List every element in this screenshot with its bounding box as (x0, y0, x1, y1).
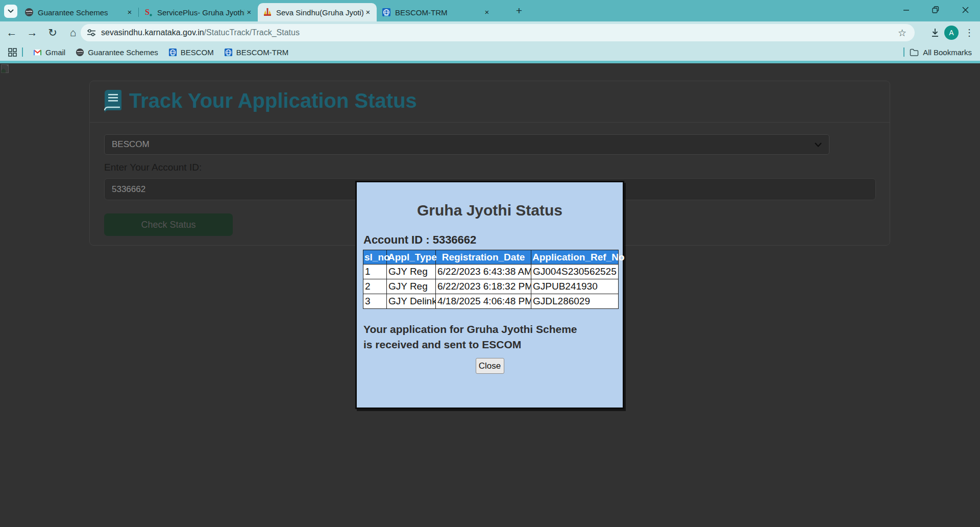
all-bookmarks-label: All Bookmarks (923, 48, 972, 57)
table-row: 3GJY Delink4/18/2025 4:06:48 PMGJDL28602… (363, 294, 619, 309)
bookmark-bescom-trm[interactable]: BESCOM-TRM (224, 48, 289, 57)
site-settings-icon[interactable] (87, 29, 96, 37)
page-title: Track Your Application Status (129, 89, 417, 112)
tab-title: BESCOM-TRM (395, 8, 482, 17)
close-icon (962, 7, 969, 13)
tab-close-icon[interactable]: × (482, 8, 492, 17)
tab-bescom-trm[interactable]: BESCOM-TRM× (377, 3, 496, 21)
address-bar[interactable]: sevasindhu.karnataka.gov.in/StatucTrack/… (81, 24, 915, 41)
tab-title: ServicePlus- Gruha Jyothi Schem (157, 8, 244, 17)
bookmarks-separator (22, 47, 23, 57)
chevron-down-icon (8, 9, 14, 13)
new-tab-button[interactable]: + (512, 4, 526, 17)
download-icon[interactable] (930, 28, 940, 38)
browser-window: Guarantee Schemes×SServicePlus- Gruha Jy… (0, 0, 980, 527)
table-cell: GJPUB241930 (531, 279, 619, 294)
apps-grid-icon[interactable] (8, 48, 17, 57)
svg-text:S: S (145, 8, 150, 16)
bookmark-label: Guarantee Schemes (88, 48, 158, 57)
column-header: Registration_Date (436, 250, 531, 265)
profile-avatar[interactable]: A (944, 26, 959, 40)
bookmark-star-icon[interactable]: ☆ (898, 27, 906, 39)
table-cell: GJY Reg (387, 279, 436, 294)
bookmark-label: BESCOM-TRM (236, 48, 289, 57)
back-button[interactable]: ← (3, 24, 20, 41)
status-table: sl_noAppl_TypeRegistration_DateApplicati… (363, 250, 619, 309)
gruha-jyothi-status-modal: Gruha Jyothi Status Account ID : 5336662… (355, 181, 624, 409)
column-header: Appl_Type (387, 250, 436, 265)
tab-search-button[interactable] (4, 5, 17, 18)
select-chevron-icon (815, 142, 822, 147)
broken-image-icon (1, 64, 9, 73)
column-header: sl_no (363, 250, 387, 265)
close-window-button[interactable] (950, 0, 980, 19)
table-cell: GJY Delink (387, 294, 436, 309)
bookmark-gmail[interactable]: Gmail (33, 48, 65, 57)
tab-title: Guarantee Schemes (38, 8, 125, 17)
table-row: 2GJY Reg6/22/2023 6:18:32 PMGJPUB241930 (363, 279, 619, 294)
table-cell: GJDL286029 (531, 294, 619, 309)
home-button[interactable]: ⌂ (64, 24, 82, 41)
table-cell: GJ004S230562525 (531, 265, 619, 279)
browser-menu-button[interactable]: ⋮ (963, 27, 976, 38)
check-status-button[interactable]: Check Status (104, 213, 233, 236)
karnataka-emblem-icon (263, 8, 272, 17)
minimize-icon (903, 7, 910, 13)
table-cell: 4/18/2025 4:06:48 PM (436, 294, 531, 309)
book-icon (103, 90, 122, 113)
reload-button[interactable]: ↻ (44, 24, 61, 41)
page-content: Track Your Application Status BESCOM Ent… (0, 63, 980, 527)
modal-title: Gruha Jyothi Status (357, 202, 623, 219)
toolbar-right: A ⋮ (923, 21, 980, 43)
tab-title: Seva Sindhu(Gruha Jyoti) (276, 8, 363, 17)
browser-toolbar: ← → ↻ ⌂ sevasindhu.karnataka.gov.in/Stat… (0, 21, 980, 43)
bescom-globe-icon (224, 48, 233, 57)
url-path: /StatucTrack/Track_Status (204, 28, 300, 37)
table-cell: 6/22/2023 6:18:32 PM (436, 279, 531, 294)
tab-serviceplus-gruha-jyothi-schem[interactable]: SServicePlus- Gruha Jyothi Schem× (139, 3, 258, 21)
tab-close-icon[interactable]: × (363, 8, 373, 17)
bescom-globe-icon (168, 48, 177, 57)
bookmark-guarantee-schemes[interactable]: Guarantee Schemes (76, 48, 158, 57)
tab-seva-sindhu-gruha-jyoti-[interactable]: Seva Sindhu(Gruha Jyoti)× (258, 3, 377, 21)
bookmark-label: BESCOM (181, 48, 214, 57)
card-header: Track Your Application Status (90, 81, 890, 123)
bookmark-bescom[interactable]: BESCOM (168, 48, 214, 57)
account-id-label: Enter Your Account ID: (104, 162, 202, 173)
bescom-globe-icon (382, 8, 391, 17)
table-header-row: sl_noAppl_TypeRegistration_DateApplicati… (363, 250, 619, 265)
url-text[interactable]: sevasindhu.karnataka.gov.in/StatucTrack/… (101, 28, 898, 37)
gmail-icon (33, 48, 42, 57)
minimize-button[interactable] (891, 0, 921, 19)
window-controls (891, 0, 980, 21)
restore-icon (932, 6, 939, 13)
forward-button[interactable]: → (23, 24, 41, 41)
tab-close-icon[interactable]: × (244, 8, 254, 17)
tab-guarantee-schemes[interactable]: Guarantee Schemes× (19, 3, 138, 21)
modal-close-button[interactable]: Close (476, 358, 504, 374)
bookmarks-bar: GmailGuarantee SchemesBESCOMBESCOM-TRM A… (0, 43, 980, 61)
table-cell: 3 (363, 294, 387, 309)
globe-dark-icon (24, 8, 34, 17)
tab-close-icon[interactable]: × (125, 8, 134, 17)
table-cell: GJY Reg (387, 265, 436, 279)
table-cell: 6/22/2023 6:43:38 AM (436, 265, 531, 279)
column-header: Application_Ref_No (531, 250, 619, 265)
bookmark-label: Gmail (45, 48, 65, 57)
modal-status-message: Your application for Gruha Jyothi Scheme… (363, 322, 583, 352)
table-cell: 1 (363, 265, 387, 279)
folder-icon (910, 49, 919, 56)
url-domain: sevasindhu.karnataka.gov.in (101, 28, 204, 37)
escom-select[interactable]: BESCOM (104, 134, 829, 155)
all-bookmarks-button[interactable]: All Bookmarks (910, 48, 972, 57)
tab-strip: Guarantee Schemes×SServicePlus- Gruha Jy… (0, 0, 980, 21)
escom-select-value: BESCOM (112, 139, 150, 150)
table-cell: 2 (363, 279, 387, 294)
bookmarks-separator-right (903, 47, 904, 57)
globe-dark-icon (76, 48, 84, 57)
table-row: 1GJY Reg6/22/2023 6:43:38 AMGJ004S230562… (363, 265, 619, 279)
restore-button[interactable] (921, 0, 950, 19)
modal-account-id: Account ID : 5336662 (363, 233, 476, 247)
serviceplus-s-icon: S (144, 8, 153, 17)
